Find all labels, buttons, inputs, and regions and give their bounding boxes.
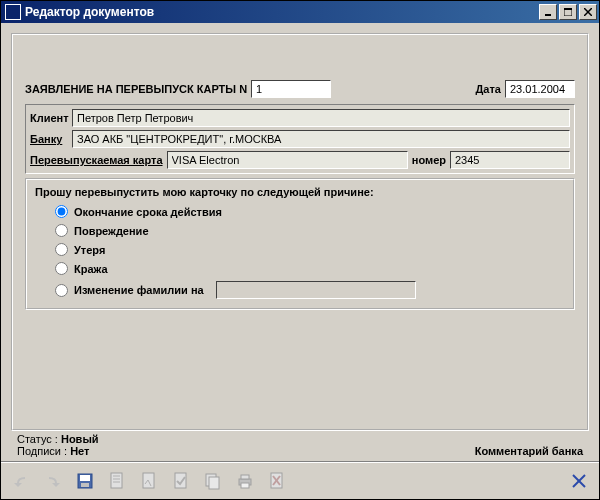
request-number-input[interactable] (251, 80, 331, 98)
form-panel: ЗАЯВЛЕНИЕ НА ПЕРЕВЫПУСК КАРТЫ N Дата Кли… (11, 33, 589, 431)
minimize-icon (544, 8, 552, 16)
status-bar: Статус : Новый Подписи : Нет Комментарий… (11, 431, 589, 461)
print-button[interactable] (231, 467, 259, 495)
svg-rect-13 (175, 473, 186, 488)
svg-line-4 (584, 8, 592, 16)
forward-button[interactable] (39, 467, 67, 495)
document-icon (109, 472, 125, 490)
save-button[interactable] (71, 467, 99, 495)
date-input[interactable] (505, 80, 575, 98)
svg-rect-0 (545, 14, 551, 16)
reason-group: Прошу перевыпустить мою карточку по след… (25, 178, 575, 310)
svg-rect-6 (80, 475, 90, 481)
radio-theft[interactable] (55, 262, 68, 275)
name-change-input[interactable] (216, 281, 416, 299)
status-line: Статус : Новый (17, 433, 99, 445)
maximize-button[interactable] (559, 4, 577, 20)
radio-damage-label: Повреждение (74, 225, 149, 237)
svg-rect-12 (143, 473, 154, 488)
card-label[interactable]: Перевыпускаемая карта (30, 154, 163, 166)
document-button[interactable] (103, 467, 131, 495)
arrow-back-icon (11, 473, 31, 489)
form-heading: ЗАЯВЛЕНИЕ НА ПЕРЕВЫПУСК КАРТЫ N (25, 83, 247, 95)
radio-lost[interactable] (55, 243, 68, 256)
svg-rect-2 (564, 8, 572, 10)
client-label: Клиент (30, 112, 68, 124)
svg-line-22 (573, 475, 585, 487)
copy-button[interactable] (199, 467, 227, 495)
radio-name-change[interactable] (55, 284, 68, 297)
svg-line-23 (573, 475, 585, 487)
svg-rect-7 (81, 483, 89, 487)
svg-rect-8 (111, 473, 122, 488)
maximize-icon (564, 8, 572, 16)
sign-value: Нет (70, 445, 89, 457)
bank-label[interactable]: Банку (30, 133, 68, 145)
details-group: Клиент Банку Перевыпускаемая карта номер (25, 104, 575, 174)
radio-lost-label: Утеря (74, 244, 105, 256)
radio-name-change-label: Изменение фамилии на (74, 284, 204, 296)
print-icon (236, 473, 254, 489)
titlebar: Редактор документов (1, 1, 599, 23)
svg-rect-18 (241, 483, 249, 488)
svg-rect-5 (78, 474, 92, 488)
sign-icon (141, 472, 157, 490)
card-type-input[interactable] (167, 151, 408, 169)
svg-rect-1 (564, 8, 572, 16)
sign-label: Подписи : (17, 445, 67, 457)
svg-rect-17 (241, 475, 249, 479)
svg-line-21 (273, 476, 280, 485)
sign-button[interactable] (135, 467, 163, 495)
radio-expiry[interactable] (55, 205, 68, 218)
radio-expiry-label: Окончание срока действия (74, 206, 222, 218)
toolbar (1, 461, 599, 499)
verify-button[interactable] (167, 467, 195, 495)
close-button[interactable] (579, 4, 597, 20)
client-input[interactable] (72, 109, 570, 127)
x-icon (572, 474, 586, 488)
copy-icon (204, 472, 222, 490)
check-icon (173, 472, 189, 490)
bank-comment-label[interactable]: Комментарий банка (475, 445, 583, 457)
close-icon (584, 8, 592, 16)
svg-rect-14 (206, 474, 216, 486)
exit-button[interactable] (565, 467, 593, 495)
status-label: Статус : (17, 433, 58, 445)
svg-line-20 (273, 476, 280, 485)
svg-rect-16 (239, 479, 251, 485)
minimize-button[interactable] (539, 4, 557, 20)
sign-line: Подписи : Нет (17, 445, 89, 457)
arrow-forward-icon (43, 473, 63, 489)
reason-caption: Прошу перевыпустить мою карточку по след… (35, 186, 565, 198)
back-button[interactable] (7, 467, 35, 495)
radio-theft-label: Кража (74, 263, 108, 275)
heading-row: ЗАЯВЛЕНИЕ НА ПЕРЕВЫПУСК КАРТЫ N Дата (25, 80, 575, 98)
save-icon (76, 472, 94, 490)
bank-input[interactable] (72, 130, 570, 148)
delete-icon (269, 472, 285, 490)
cardnum-label: номер (412, 154, 446, 166)
radio-damage[interactable] (55, 224, 68, 237)
svg-rect-15 (209, 477, 219, 489)
window-title: Редактор документов (25, 5, 539, 19)
date-label: Дата (476, 83, 501, 95)
app-icon (5, 4, 21, 20)
status-value: Новый (61, 433, 99, 445)
svg-line-3 (584, 8, 592, 16)
svg-rect-19 (271, 473, 282, 488)
delete-button[interactable] (263, 467, 291, 495)
window: Редактор документов ЗАЯВЛЕНИЕ НА ПЕРЕВЫП… (0, 0, 600, 500)
content-area: ЗАЯВЛЕНИЕ НА ПЕРЕВЫПУСК КАРТЫ N Дата Кли… (1, 23, 599, 461)
card-number-input[interactable] (450, 151, 570, 169)
